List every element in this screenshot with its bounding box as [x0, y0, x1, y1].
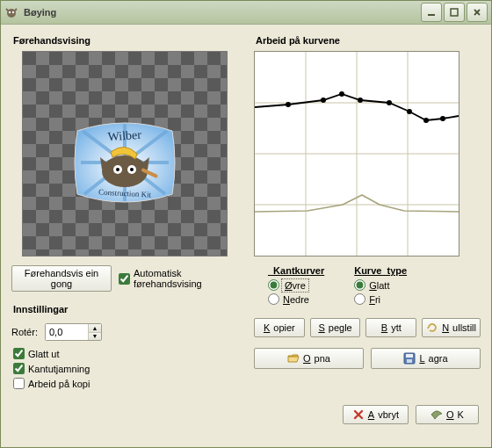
svg-point-2 — [12, 11, 14, 13]
work-on-copy-label: Arbeid på kopi — [28, 379, 90, 389]
rotate-spinner[interactable]: ▲ ▼ — [45, 323, 102, 341]
type-smooth-label: latt — [377, 280, 390, 291]
svg-rect-3 — [428, 14, 435, 16]
edge-upper-radio[interactable]: Øvre — [268, 279, 324, 291]
rotate-input[interactable] — [46, 324, 88, 340]
svg-point-9 — [130, 168, 134, 171]
folder-open-icon — [287, 352, 300, 365]
work-on-copy-input[interactable] — [13, 378, 25, 389]
copy-button[interactable]: Kopier — [254, 318, 305, 337]
title-bar: Bøying — [1, 1, 491, 25]
edge-curves-title: _Kantkurver — [268, 265, 324, 276]
swap-button[interactable]: Bytt — [365, 318, 416, 337]
window-title: Bøying — [24, 7, 421, 18]
edge-upper-input[interactable] — [268, 279, 279, 291]
ok-icon — [430, 408, 443, 421]
svg-point-1 — [9, 11, 11, 13]
edge-lower-radio[interactable]: Nedre — [268, 293, 324, 305]
logo-text-top: Wilber — [107, 128, 142, 144]
save-button[interactable]: Lagra — [371, 348, 481, 369]
antialias-input[interactable] — [13, 363, 25, 374]
app-icon — [4, 5, 18, 19]
type-smooth-radio[interactable]: Glatt — [354, 279, 407, 291]
reset-button[interactable]: Nullstill — [422, 318, 481, 337]
preview-once-button[interactable]: Førehandsvis ein gong — [11, 265, 112, 292]
edge-upper-label: vre — [293, 280, 306, 291]
ok-button[interactable]: OK — [416, 405, 479, 424]
svg-rect-4 — [451, 9, 458, 16]
svg-point-22 — [407, 109, 412, 114]
edge-lower-input[interactable] — [268, 293, 279, 305]
smooth-input[interactable] — [13, 348, 25, 359]
curve-editor[interactable] — [254, 51, 459, 257]
open-button[interactable]: Opna — [254, 348, 364, 369]
type-smooth-input[interactable] — [354, 279, 365, 291]
smooth-checkbox[interactable]: Glatt ut — [13, 348, 238, 359]
edge-lower-label: edre — [290, 294, 309, 305]
rotate-down[interactable]: ▼ — [89, 333, 101, 341]
work-on-copy-checkbox[interactable]: Arbeid på kopi — [13, 378, 238, 389]
svg-point-5 — [102, 155, 148, 187]
curve-type-title: Kurve_type — [354, 265, 407, 276]
type-free-input[interactable] — [354, 293, 365, 305]
preview-title: Førehandsvising — [13, 35, 238, 46]
svg-point-7 — [116, 168, 119, 171]
minimize-button[interactable] — [421, 3, 442, 22]
cancel-icon — [352, 408, 365, 421]
mirror-button[interactable]: Spegle — [310, 318, 361, 337]
svg-point-23 — [423, 118, 429, 123]
svg-rect-26 — [406, 354, 413, 358]
auto-preview-label: Automatisk førehandsvising — [134, 268, 238, 289]
svg-point-17 — [286, 102, 291, 107]
cancel-button[interactable]: Avbryt — [343, 405, 409, 424]
antialias-label: Kantutjamning — [28, 364, 90, 374]
preview-canvas: Wilber Construction Kit — [22, 51, 228, 257]
save-icon — [403, 352, 416, 365]
auto-preview-input[interactable] — [119, 273, 130, 285]
svg-rect-27 — [407, 359, 412, 363]
reset-icon — [426, 322, 438, 334]
maximize-button[interactable] — [444, 3, 465, 22]
type-free-label: ri — [375, 294, 380, 305]
svg-point-21 — [387, 100, 392, 105]
curves-title: Arbeid på kurvene — [256, 35, 481, 46]
smooth-label: Glatt ut — [28, 349, 59, 359]
rotate-label: Rotér: — [11, 327, 38, 337]
rotate-up[interactable]: ▲ — [89, 324, 101, 333]
preview-image: Wilber Construction Kit — [74, 120, 176, 205]
auto-preview-checkbox[interactable]: Automatisk førehandsvising — [119, 268, 238, 289]
svg-point-20 — [358, 98, 363, 103]
svg-point-24 — [440, 116, 445, 121]
settings-title: Innstillingar — [13, 304, 238, 314]
antialias-checkbox[interactable]: Kantutjamning — [13, 363, 238, 374]
svg-point-18 — [321, 98, 326, 103]
type-free-radio[interactable]: Fri — [354, 293, 407, 305]
svg-point-19 — [339, 91, 344, 97]
close-button[interactable] — [467, 3, 488, 22]
